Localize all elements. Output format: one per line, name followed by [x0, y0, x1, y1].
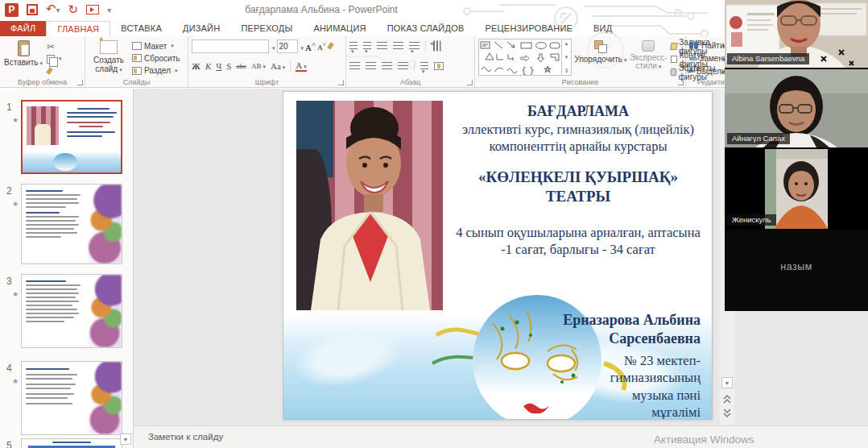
tab-insert[interactable]: ВСТАВКА: [110, 21, 172, 36]
notes-bar[interactable]: Заметки к слайду: [134, 425, 868, 448]
dialog-launcher-icon[interactable]: [467, 80, 473, 85]
next-slide-icon[interactable]: [722, 408, 732, 419]
change-case-button[interactable]: Aa: [271, 61, 285, 71]
strikethrough-button[interactable]: abc: [236, 62, 246, 70]
thumbnail-row-4: 4: [0, 361, 134, 442]
reset-button[interactable]: Сбросить: [132, 53, 180, 63]
slide-subheading: эллективті курс, гимназиялық (лицейлік) …: [454, 122, 702, 155]
font-size-input[interactable]: [277, 39, 298, 53]
thumb-mask-art: [88, 362, 122, 434]
slide-thumbnail-3[interactable]: [21, 274, 122, 348]
video-tile-4[interactable]: назым: [725, 230, 868, 311]
select-icon: [688, 67, 695, 75]
numbering-icon[interactable]: [363, 42, 371, 50]
grow-font-button[interactable]: А˄: [305, 40, 316, 52]
slide-thumbnail-5[interactable]: [21, 438, 122, 448]
shapes-gallery-scroll[interactable]: ▴ ▾ ⊽: [561, 39, 571, 75]
shapes-more-icon[interactable]: ⊽: [562, 68, 571, 74]
format-painter-button[interactable]: [47, 66, 62, 76]
font-name-dropdown-icon[interactable]: [271, 39, 275, 53]
course-details: 4 сынып оқушыларына арналған, аптасына -…: [454, 224, 702, 259]
tab-slideshow[interactable]: ПОКАЗ СЛАЙДОВ: [377, 21, 475, 36]
bullets-icon[interactable]: [349, 42, 358, 50]
slide-heading: БАҒДАРЛАМА: [454, 103, 702, 120]
slide-thumbnail-1[interactable]: [21, 100, 122, 174]
previous-slide-icon[interactable]: [722, 393, 732, 404]
reset-icon: [132, 54, 142, 62]
justify-icon[interactable]: [398, 62, 408, 70]
paste-button[interactable]: Вставить: [3, 39, 43, 76]
video-tile-3[interactable]: Женискуль: [725, 149, 868, 229]
underline-button[interactable]: Ч: [216, 61, 221, 71]
participant-name-label: Albina Sarsenbaevna: [727, 53, 809, 64]
shape-outline-icon: [671, 56, 677, 63]
align-left-icon[interactable]: [349, 62, 360, 70]
section-button[interactable]: Раздел: [132, 66, 180, 76]
video-tile-2[interactable]: Айнагүл Сапах: [725, 69, 868, 147]
thumbnails-scroll-down-icon[interactable]: ▼: [120, 433, 131, 445]
font-size-dropdown-icon[interactable]: [300, 39, 304, 53]
copy-button[interactable]: [47, 54, 62, 64]
shapes-scroll-down-icon[interactable]: ▾: [562, 54, 571, 60]
convert-smartart-icon[interactable]: [434, 62, 444, 70]
thumb1-photo: [27, 106, 59, 145]
line-spacing-icon[interactable]: [409, 42, 420, 50]
bold-button[interactable]: Ж: [192, 61, 200, 71]
dialog-launcher-icon[interactable]: [77, 80, 83, 85]
slide-number: 5: [6, 440, 12, 448]
slide-number: 2: [6, 185, 12, 197]
paste-icon: [18, 40, 30, 56]
quick-styles-button[interactable]: Экспресс- стили: [630, 39, 668, 76]
slide-thumbnail-panel: 1 2: [0, 89, 134, 448]
quick-styles-icon: [642, 40, 655, 52]
tab-home[interactable]: ГЛАВНАЯ: [46, 21, 110, 36]
cut-button[interactable]: ✂: [47, 41, 62, 52]
participant-name-label: назым: [725, 261, 868, 272]
replace-icon: ab: [689, 55, 696, 62]
align-center-icon[interactable]: [366, 62, 376, 70]
shrink-font-button[interactable]: А˅: [317, 41, 326, 52]
font-color-button[interactable]: А: [296, 60, 306, 72]
slide-thumbnail-4[interactable]: [21, 361, 122, 435]
thumb-mask-art: [88, 185, 122, 263]
tab-view[interactable]: ВИД: [583, 21, 622, 36]
tab-file[interactable]: ФАЙЛ: [0, 21, 46, 36]
decrease-indent-icon[interactable]: [377, 42, 387, 50]
video-tile-1[interactable]: Albina Sarsenbaevna: [725, 0, 868, 68]
dialog-launcher-icon[interactable]: [338, 80, 344, 85]
tab-design[interactable]: ДИЗАЙН: [172, 21, 230, 36]
clear-formatting-icon[interactable]: [328, 42, 337, 51]
columns-icon[interactable]: [420, 62, 428, 70]
text-direction-icon[interactable]: [433, 41, 441, 52]
group-clipboard: Вставить ✂ Буфер обмена: [0, 36, 85, 87]
tab-review[interactable]: РЕЦЕНЗИРОВАНИЕ: [474, 21, 583, 36]
shapes-scroll-up-icon[interactable]: ▴: [562, 40, 571, 47]
shapes-gallery[interactable]: {} ▴ ▾ ⊽: [478, 39, 572, 76]
thumbnail-row-3: 3: [0, 274, 134, 355]
increase-indent-icon[interactable]: [393, 42, 403, 50]
slide-canvas[interactable]: БАҒДАРЛАМА эллективті курс, гимназиялық …: [283, 92, 712, 419]
tab-animations[interactable]: АНИМАЦИЯ: [303, 21, 376, 36]
tab-transitions[interactable]: ПЕРЕХОДЫ: [230, 21, 303, 36]
participant-name-label: Айнагүл Сапах: [727, 133, 790, 144]
text-shadow-button[interactable]: S: [226, 61, 231, 71]
shape-effects-icon: [671, 68, 676, 76]
font-name-input[interactable]: [192, 39, 269, 53]
align-right-icon[interactable]: [382, 62, 392, 70]
slide-number: 4: [6, 363, 12, 374]
svg-text:{: {: [521, 65, 527, 75]
italic-button[interactable]: К: [205, 61, 211, 71]
character-spacing-button[interactable]: АВ: [251, 62, 266, 70]
scroll-down-icon[interactable]: ▼: [721, 377, 733, 388]
arrange-button[interactable]: Упорядочить: [575, 39, 626, 76]
presenter-photo: [296, 101, 443, 310]
layout-button[interactable]: Макет: [132, 41, 180, 51]
find-icon: [689, 42, 699, 49]
author-name: Ерназарова Альбина Сарсенбаевна: [539, 311, 701, 349]
copy-icon: [47, 55, 55, 64]
new-slide-button[interactable]: Создать слайд: [89, 39, 129, 76]
format-painter-icon: [47, 67, 56, 76]
dialog-launcher-icon[interactable]: [678, 80, 684, 85]
slide-thumbnail-2[interactable]: [21, 184, 122, 264]
author-block: Ерназарова Альбина Сарсенбаевна № 23 мек…: [539, 311, 701, 419]
